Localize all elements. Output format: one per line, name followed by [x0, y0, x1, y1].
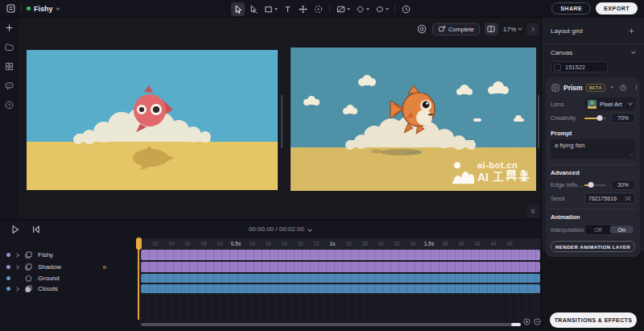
layer-row-ground[interactable]: Ground [0, 274, 139, 283]
chevron-down-icon[interactable] [631, 49, 636, 54]
zoom-in-icon[interactable] [522, 317, 531, 326]
record-icon[interactable] [416, 23, 427, 35]
ruler-label: 44 [490, 241, 496, 246]
render-animation-layer-button[interactable]: RENDER ANIMATION LAYER [551, 241, 635, 252]
zoom-level-dropdown[interactable]: 17% [503, 26, 522, 33]
beta-badge: BETA [586, 84, 605, 92]
canvas-frame-source[interactable] [27, 50, 278, 190]
app-logo-icon[interactable] [6, 3, 16, 14]
shuffle-icon[interactable] [624, 195, 631, 202]
project-menu[interactable]: Fishy [27, 5, 60, 13]
prompt-textarea[interactable]: a flying fish [551, 139, 635, 159]
layer-row-clouds[interactable]: Clouds [0, 284, 139, 293]
files-icon[interactable] [3, 41, 14, 52]
move-tool[interactable] [296, 2, 310, 16]
timeline-ruler[interactable]: 02040608100.5s14161820221s26283032341.5s… [139, 238, 541, 249]
expand-chevron-icon[interactable] [14, 265, 19, 270]
collapse-icon [529, 207, 537, 215]
canvas-color-input[interactable]: 151522 [551, 61, 608, 72]
layer-color-dot [6, 265, 10, 269]
lens-dropdown[interactable]: Pixel Art [584, 97, 635, 110]
creativity-value[interactable]: 70% [611, 113, 635, 123]
time-display[interactable]: 00:00.00 / 00:02.00 [10, 225, 551, 233]
split-view-button[interactable] [485, 23, 498, 35]
divider [549, 209, 637, 209]
svg-text:AI: AI [477, 171, 489, 184]
dropdown-caret[interactable] [347, 8, 350, 10]
transitions-effects-button[interactable]: TRANSITIONS & EFFECTS [550, 312, 637, 328]
text-tool[interactable] [281, 2, 295, 16]
lasso-tool[interactable] [373, 2, 390, 16]
chevron-down-icon [628, 101, 633, 106]
add-icon[interactable] [3, 22, 14, 33]
main-toolbar [231, 0, 413, 18]
next-frame-button[interactable] [526, 23, 539, 35]
timeline-scrollbar-handle[interactable] [511, 323, 521, 326]
comments-icon[interactable] [3, 80, 14, 91]
history-tool[interactable] [399, 2, 413, 16]
complete-button[interactable]: Complete [432, 23, 480, 35]
zoom-out-icon[interactable] [533, 317, 542, 326]
track-bar-ground[interactable] [141, 274, 540, 283]
timeline-panel: 00:00.00 / 00:02.00 02040608100.5s141618… [0, 219, 541, 331]
color-swatch[interactable] [554, 64, 561, 71]
expand-chevron-icon[interactable] [14, 253, 19, 258]
layer-row-shadow[interactable]: Shadow [0, 262, 139, 272]
layout-grid-label: Layout grid [551, 27, 583, 35]
creativity-slider[interactable] [584, 118, 606, 119]
expand-chevron-icon[interactable] [14, 287, 19, 292]
diamond-tool[interactable] [353, 2, 371, 16]
interpolation-on-button[interactable]: On [610, 225, 634, 234]
svg-text:?: ? [7, 101, 10, 107]
canvas-frame-render[interactable]: ai-bot.cn AI [291, 48, 536, 191]
layer-name: Ground [38, 275, 60, 282]
track-bar-clouds[interactable] [141, 284, 540, 293]
canvas-area[interactable]: ai-bot.cn AI Complete [18, 18, 541, 219]
interpolation-off-button[interactable]: Off [586, 225, 610, 234]
layer-row-fishy[interactable]: Fishy [0, 250, 139, 260]
resize-handle-icon[interactable] [629, 152, 634, 157]
layer-type-icon [24, 284, 33, 293]
frames-icon[interactable] [3, 60, 14, 72]
layer-name: Shadow [38, 263, 61, 271]
watermark-logo [451, 160, 475, 186]
timeline-scrollbar[interactable] [141, 323, 519, 326]
pane-resize-handle[interactable] [281, 95, 283, 148]
export-button[interactable]: EXPORT [596, 2, 638, 14]
properties-panel: Layout grid Canvas 151522 Prism BETA [542, 18, 644, 251]
prompt-value: a flying fish [555, 142, 585, 149]
playhead-handle[interactable] [136, 238, 142, 250]
select-tool[interactable] [231, 2, 245, 16]
prism-title: Prism [564, 84, 583, 92]
share-button[interactable]: SHARE [551, 2, 591, 14]
edge-influence-value[interactable]: 30% [611, 180, 635, 190]
keyframe-dot[interactable] [103, 266, 106, 269]
track-bar-shadow[interactable] [141, 262, 540, 272]
seed-input[interactable]: 762175616 [584, 192, 635, 204]
divider [549, 164, 637, 165]
transform-tool[interactable] [312, 2, 325, 16]
collapse-button[interactable] [526, 205, 539, 217]
ruler-label: 0.5s [231, 241, 242, 246]
ruler-label: 22 [313, 241, 319, 246]
dropdown-caret[interactable] [366, 8, 369, 10]
timeline-grid[interactable] [139, 249, 541, 324]
help-icon[interactable]: ? [619, 84, 627, 92]
mask-tool[interactable] [334, 2, 352, 16]
chevron-down-icon [308, 227, 312, 232]
lens-thumbnail [588, 100, 597, 109]
shape-tool[interactable] [262, 2, 279, 16]
dropdown-caret[interactable] [386, 8, 389, 10]
help-icon[interactable]: ? [3, 99, 14, 110]
track-bar-fishy[interactable] [141, 250, 540, 260]
edge-influence-slider[interactable] [584, 184, 606, 186]
dropdown-caret[interactable] [275, 8, 278, 10]
split-view-icon [486, 24, 496, 34]
add-layout-grid-button[interactable] [628, 27, 635, 35]
kebab-menu-icon[interactable] [633, 84, 640, 91]
chevron-down-icon[interactable] [611, 85, 614, 89]
prompt-label: Prompt [551, 130, 635, 137]
ruler-label: 38 [442, 241, 448, 246]
direct-select-tool[interactable] [246, 2, 260, 16]
pane-resize-handle[interactable] [538, 95, 539, 148]
